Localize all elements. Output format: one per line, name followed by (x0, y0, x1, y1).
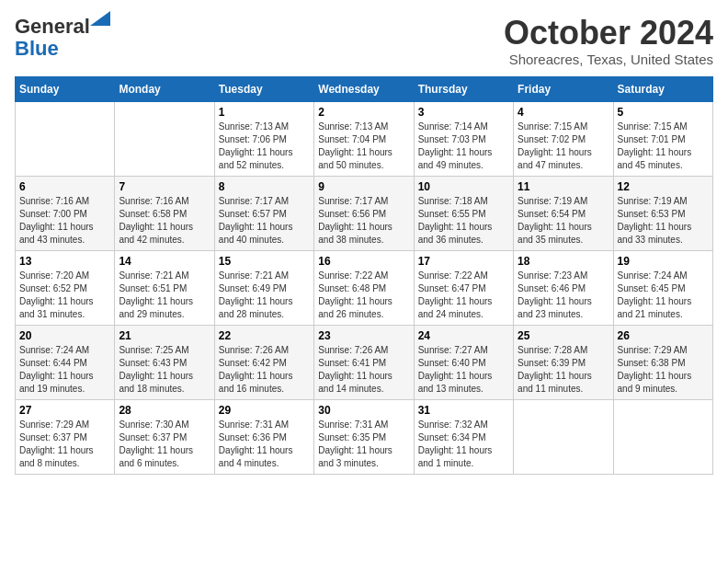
month-title: October 2024 (504, 15, 713, 52)
day-number: 5 (618, 106, 709, 119)
day-info: Sunrise: 7:27 AM Sunset: 6:40 PM Dayligh… (418, 344, 509, 396)
day-info: Sunrise: 7:24 AM Sunset: 6:45 PM Dayligh… (618, 270, 709, 321)
logo-text-general: General (15, 15, 90, 38)
calendar-cell: 16Sunrise: 7:22 AM Sunset: 6:48 PM Dayli… (314, 250, 414, 325)
week-row-5: 27Sunrise: 7:29 AM Sunset: 6:37 PM Dayli… (16, 399, 713, 474)
day-info: Sunrise: 7:29 AM Sunset: 6:37 PM Dayligh… (19, 419, 110, 470)
calendar-cell: 28Sunrise: 7:30 AM Sunset: 6:37 PM Dayli… (115, 399, 214, 474)
week-row-1: 1Sunrise: 7:13 AM Sunset: 7:06 PM Daylig… (16, 101, 713, 176)
calendar-table: SundayMondayTuesdayWednesdayThursdayFrid… (15, 76, 713, 475)
day-info: Sunrise: 7:17 AM Sunset: 6:57 PM Dayligh… (219, 195, 310, 247)
day-info: Sunrise: 7:17 AM Sunset: 6:56 PM Dayligh… (318, 195, 409, 247)
day-info: Sunrise: 7:29 AM Sunset: 6:38 PM Dayligh… (618, 344, 709, 396)
day-info: Sunrise: 7:15 AM Sunset: 7:02 PM Dayligh… (518, 121, 609, 172)
day-number: 29 (219, 404, 310, 417)
day-number: 2 (318, 106, 409, 119)
calendar-cell: 1Sunrise: 7:13 AM Sunset: 7:06 PM Daylig… (214, 101, 313, 176)
day-number: 10 (418, 180, 509, 193)
day-number: 31 (418, 404, 509, 417)
day-number: 22 (219, 329, 310, 342)
header: General Blue October 2024 Shoreacres, Te… (15, 15, 713, 67)
logo-text-blue: Blue (15, 37, 59, 61)
day-number: 27 (19, 404, 110, 417)
day-number: 18 (518, 255, 609, 268)
days-header-row: SundayMondayTuesdayWednesdayThursdayFrid… (16, 76, 713, 101)
day-number: 30 (318, 404, 409, 417)
day-header-wednesday: Wednesday (314, 76, 414, 101)
logo-icon (90, 11, 110, 26)
day-number: 8 (219, 180, 310, 193)
day-info: Sunrise: 7:19 AM Sunset: 6:53 PM Dayligh… (618, 195, 709, 247)
day-info: Sunrise: 7:13 AM Sunset: 7:06 PM Dayligh… (219, 121, 310, 172)
calendar-cell: 29Sunrise: 7:31 AM Sunset: 6:36 PM Dayli… (214, 399, 313, 474)
day-info: Sunrise: 7:20 AM Sunset: 6:52 PM Dayligh… (19, 270, 110, 321)
day-number: 4 (518, 106, 609, 119)
day-number: 26 (618, 329, 709, 342)
day-info: Sunrise: 7:22 AM Sunset: 6:47 PM Dayligh… (418, 270, 509, 321)
day-info: Sunrise: 7:28 AM Sunset: 6:39 PM Dayligh… (518, 344, 609, 396)
day-number: 6 (19, 180, 110, 193)
calendar-cell: 3Sunrise: 7:14 AM Sunset: 7:03 PM Daylig… (414, 101, 513, 176)
location-title: Shoreacres, Texas, United States (504, 52, 713, 67)
day-number: 14 (119, 255, 210, 268)
calendar-cell: 9Sunrise: 7:17 AM Sunset: 6:56 PM Daylig… (314, 176, 414, 250)
week-row-2: 6Sunrise: 7:16 AM Sunset: 7:00 PM Daylig… (16, 176, 713, 250)
day-number: 19 (618, 255, 709, 268)
calendar-cell: 20Sunrise: 7:24 AM Sunset: 6:44 PM Dayli… (16, 325, 115, 399)
logo: General Blue (15, 15, 90, 61)
calendar-cell (16, 101, 115, 176)
day-header-thursday: Thursday (414, 76, 513, 101)
calendar-cell: 31Sunrise: 7:32 AM Sunset: 6:34 PM Dayli… (414, 399, 513, 474)
calendar-cell: 11Sunrise: 7:19 AM Sunset: 6:54 PM Dayli… (514, 176, 613, 250)
calendar-cell: 7Sunrise: 7:16 AM Sunset: 6:58 PM Daylig… (115, 176, 214, 250)
day-info: Sunrise: 7:25 AM Sunset: 6:43 PM Dayligh… (119, 344, 210, 396)
week-row-3: 13Sunrise: 7:20 AM Sunset: 6:52 PM Dayli… (16, 250, 713, 325)
day-info: Sunrise: 7:31 AM Sunset: 6:36 PM Dayligh… (219, 419, 310, 470)
calendar-cell: 13Sunrise: 7:20 AM Sunset: 6:52 PM Dayli… (16, 250, 115, 325)
day-number: 12 (618, 180, 709, 193)
day-info: Sunrise: 7:16 AM Sunset: 6:58 PM Dayligh… (119, 195, 210, 247)
day-number: 1 (219, 106, 310, 119)
day-info: Sunrise: 7:24 AM Sunset: 6:44 PM Dayligh… (19, 344, 110, 396)
calendar-cell (514, 399, 613, 474)
calendar-cell (613, 399, 712, 474)
day-info: Sunrise: 7:19 AM Sunset: 6:54 PM Dayligh… (518, 195, 609, 247)
day-header-monday: Monday (115, 76, 214, 101)
calendar-cell: 24Sunrise: 7:27 AM Sunset: 6:40 PM Dayli… (414, 325, 513, 399)
calendar-cell (115, 101, 214, 176)
day-number: 23 (318, 329, 409, 342)
calendar-cell: 19Sunrise: 7:24 AM Sunset: 6:45 PM Dayli… (613, 250, 712, 325)
day-number: 28 (119, 404, 210, 417)
title-area: October 2024 Shoreacres, Texas, United S… (504, 15, 713, 67)
calendar-cell: 14Sunrise: 7:21 AM Sunset: 6:51 PM Dayli… (115, 250, 214, 325)
day-info: Sunrise: 7:21 AM Sunset: 6:51 PM Dayligh… (119, 270, 210, 321)
day-info: Sunrise: 7:31 AM Sunset: 6:35 PM Dayligh… (318, 419, 409, 470)
day-header-sunday: Sunday (16, 76, 115, 101)
calendar-cell: 23Sunrise: 7:26 AM Sunset: 6:41 PM Dayli… (314, 325, 414, 399)
calendar-cell: 10Sunrise: 7:18 AM Sunset: 6:55 PM Dayli… (414, 176, 513, 250)
calendar-cell: 6Sunrise: 7:16 AM Sunset: 7:00 PM Daylig… (16, 176, 115, 250)
day-info: Sunrise: 7:13 AM Sunset: 7:04 PM Dayligh… (318, 121, 409, 172)
calendar-cell: 12Sunrise: 7:19 AM Sunset: 6:53 PM Dayli… (613, 176, 712, 250)
day-info: Sunrise: 7:30 AM Sunset: 6:37 PM Dayligh… (119, 419, 210, 470)
calendar-cell: 26Sunrise: 7:29 AM Sunset: 6:38 PM Dayli… (613, 325, 712, 399)
day-number: 11 (518, 180, 609, 193)
calendar-cell: 25Sunrise: 7:28 AM Sunset: 6:39 PM Dayli… (514, 325, 613, 399)
day-number: 3 (418, 106, 509, 119)
week-row-4: 20Sunrise: 7:24 AM Sunset: 6:44 PM Dayli… (16, 325, 713, 399)
calendar-cell: 27Sunrise: 7:29 AM Sunset: 6:37 PM Dayli… (16, 399, 115, 474)
day-info: Sunrise: 7:14 AM Sunset: 7:03 PM Dayligh… (418, 121, 509, 172)
day-header-friday: Friday (514, 76, 613, 101)
day-number: 13 (19, 255, 110, 268)
calendar-cell: 15Sunrise: 7:21 AM Sunset: 6:49 PM Dayli… (214, 250, 313, 325)
day-info: Sunrise: 7:18 AM Sunset: 6:55 PM Dayligh… (418, 195, 509, 247)
day-info: Sunrise: 7:26 AM Sunset: 6:41 PM Dayligh… (318, 344, 409, 396)
calendar-cell: 22Sunrise: 7:26 AM Sunset: 6:42 PM Dayli… (214, 325, 313, 399)
day-number: 25 (518, 329, 609, 342)
svg-marker-0 (90, 11, 110, 26)
day-info: Sunrise: 7:15 AM Sunset: 7:01 PM Dayligh… (618, 121, 709, 172)
day-number: 9 (318, 180, 409, 193)
calendar-cell: 4Sunrise: 7:15 AM Sunset: 7:02 PM Daylig… (514, 101, 613, 176)
day-number: 15 (219, 255, 310, 268)
day-info: Sunrise: 7:23 AM Sunset: 6:46 PM Dayligh… (518, 270, 609, 321)
